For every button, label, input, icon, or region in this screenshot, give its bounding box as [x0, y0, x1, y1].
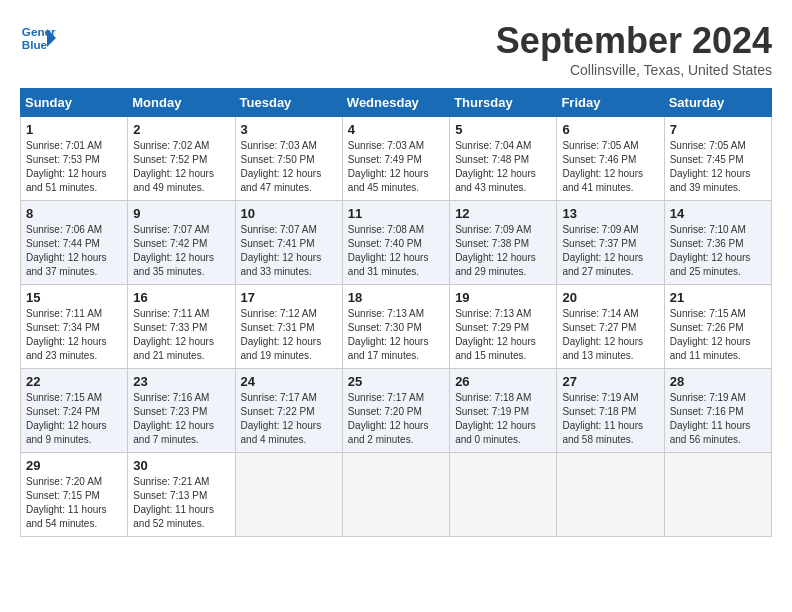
calendar-week-row: 22 Sunrise: 7:15 AMSunset: 7:24 PMDaylig… — [21, 369, 772, 453]
calendar-day-cell: 8 Sunrise: 7:06 AMSunset: 7:44 PMDayligh… — [21, 201, 128, 285]
day-number: 6 — [562, 122, 658, 137]
day-info: Sunrise: 7:06 AMSunset: 7:44 PMDaylight:… — [26, 223, 122, 279]
day-info: Sunrise: 7:08 AMSunset: 7:40 PMDaylight:… — [348, 223, 444, 279]
day-info: Sunrise: 7:03 AMSunset: 7:49 PMDaylight:… — [348, 139, 444, 195]
weekday-header-saturday: Saturday — [664, 89, 771, 117]
calendar-day-cell: 7 Sunrise: 7:05 AMSunset: 7:45 PMDayligh… — [664, 117, 771, 201]
calendar-day-cell: 6 Sunrise: 7:05 AMSunset: 7:46 PMDayligh… — [557, 117, 664, 201]
day-info: Sunrise: 7:19 AMSunset: 7:18 PMDaylight:… — [562, 391, 658, 447]
day-number: 19 — [455, 290, 551, 305]
day-number: 2 — [133, 122, 229, 137]
calendar-day-cell: 23 Sunrise: 7:16 AMSunset: 7:23 PMDaylig… — [128, 369, 235, 453]
day-info: Sunrise: 7:04 AMSunset: 7:48 PMDaylight:… — [455, 139, 551, 195]
day-number: 9 — [133, 206, 229, 221]
day-info: Sunrise: 7:07 AMSunset: 7:42 PMDaylight:… — [133, 223, 229, 279]
day-number: 28 — [670, 374, 766, 389]
calendar-week-row: 1 Sunrise: 7:01 AMSunset: 7:53 PMDayligh… — [21, 117, 772, 201]
day-number: 26 — [455, 374, 551, 389]
svg-text:Blue: Blue — [22, 38, 48, 51]
calendar-day-cell: 28 Sunrise: 7:19 AMSunset: 7:16 PMDaylig… — [664, 369, 771, 453]
weekday-header-sunday: Sunday — [21, 89, 128, 117]
month-title: September 2024 — [496, 20, 772, 62]
day-number: 18 — [348, 290, 444, 305]
calendar-day-cell — [342, 453, 449, 537]
day-number: 21 — [670, 290, 766, 305]
day-info: Sunrise: 7:11 AMSunset: 7:34 PMDaylight:… — [26, 307, 122, 363]
day-info: Sunrise: 7:01 AMSunset: 7:53 PMDaylight:… — [26, 139, 122, 195]
calendar-day-cell: 30 Sunrise: 7:21 AMSunset: 7:13 PMDaylig… — [128, 453, 235, 537]
calendar-day-cell: 19 Sunrise: 7:13 AMSunset: 7:29 PMDaylig… — [450, 285, 557, 369]
calendar-day-cell: 21 Sunrise: 7:15 AMSunset: 7:26 PMDaylig… — [664, 285, 771, 369]
day-number: 12 — [455, 206, 551, 221]
day-info: Sunrise: 7:16 AMSunset: 7:23 PMDaylight:… — [133, 391, 229, 447]
calendar-week-row: 15 Sunrise: 7:11 AMSunset: 7:34 PMDaylig… — [21, 285, 772, 369]
day-number: 23 — [133, 374, 229, 389]
logo: General Blue — [20, 20, 56, 56]
day-number: 11 — [348, 206, 444, 221]
weekday-header-wednesday: Wednesday — [342, 89, 449, 117]
day-info: Sunrise: 7:17 AMSunset: 7:20 PMDaylight:… — [348, 391, 444, 447]
calendar-day-cell: 29 Sunrise: 7:20 AMSunset: 7:15 PMDaylig… — [21, 453, 128, 537]
day-info: Sunrise: 7:09 AMSunset: 7:38 PMDaylight:… — [455, 223, 551, 279]
calendar-day-cell — [557, 453, 664, 537]
weekday-header-thursday: Thursday — [450, 89, 557, 117]
day-number: 20 — [562, 290, 658, 305]
calendar-day-cell: 17 Sunrise: 7:12 AMSunset: 7:31 PMDaylig… — [235, 285, 342, 369]
weekday-header-row: SundayMondayTuesdayWednesdayThursdayFrid… — [21, 89, 772, 117]
day-number: 13 — [562, 206, 658, 221]
calendar-day-cell: 14 Sunrise: 7:10 AMSunset: 7:36 PMDaylig… — [664, 201, 771, 285]
day-info: Sunrise: 7:14 AMSunset: 7:27 PMDaylight:… — [562, 307, 658, 363]
weekday-header-tuesday: Tuesday — [235, 89, 342, 117]
day-number: 10 — [241, 206, 337, 221]
day-number: 22 — [26, 374, 122, 389]
calendar-day-cell: 4 Sunrise: 7:03 AMSunset: 7:49 PMDayligh… — [342, 117, 449, 201]
day-number: 7 — [670, 122, 766, 137]
day-info: Sunrise: 7:17 AMSunset: 7:22 PMDaylight:… — [241, 391, 337, 447]
calendar-day-cell: 18 Sunrise: 7:13 AMSunset: 7:30 PMDaylig… — [342, 285, 449, 369]
day-number: 17 — [241, 290, 337, 305]
calendar-day-cell: 1 Sunrise: 7:01 AMSunset: 7:53 PMDayligh… — [21, 117, 128, 201]
calendar-day-cell: 27 Sunrise: 7:19 AMSunset: 7:18 PMDaylig… — [557, 369, 664, 453]
day-info: Sunrise: 7:20 AMSunset: 7:15 PMDaylight:… — [26, 475, 122, 531]
day-info: Sunrise: 7:12 AMSunset: 7:31 PMDaylight:… — [241, 307, 337, 363]
calendar-day-cell — [235, 453, 342, 537]
day-info: Sunrise: 7:05 AMSunset: 7:46 PMDaylight:… — [562, 139, 658, 195]
logo-icon: General Blue — [20, 20, 56, 56]
day-number: 4 — [348, 122, 444, 137]
day-info: Sunrise: 7:03 AMSunset: 7:50 PMDaylight:… — [241, 139, 337, 195]
calendar-day-cell: 13 Sunrise: 7:09 AMSunset: 7:37 PMDaylig… — [557, 201, 664, 285]
day-info: Sunrise: 7:21 AMSunset: 7:13 PMDaylight:… — [133, 475, 229, 531]
day-number: 30 — [133, 458, 229, 473]
calendar-day-cell: 10 Sunrise: 7:07 AMSunset: 7:41 PMDaylig… — [235, 201, 342, 285]
calendar-day-cell: 3 Sunrise: 7:03 AMSunset: 7:50 PMDayligh… — [235, 117, 342, 201]
calendar-week-row: 8 Sunrise: 7:06 AMSunset: 7:44 PMDayligh… — [21, 201, 772, 285]
day-number: 25 — [348, 374, 444, 389]
calendar-table: SundayMondayTuesdayWednesdayThursdayFrid… — [20, 88, 772, 537]
calendar-day-cell: 26 Sunrise: 7:18 AMSunset: 7:19 PMDaylig… — [450, 369, 557, 453]
day-info: Sunrise: 7:15 AMSunset: 7:26 PMDaylight:… — [670, 307, 766, 363]
calendar-day-cell: 15 Sunrise: 7:11 AMSunset: 7:34 PMDaylig… — [21, 285, 128, 369]
day-number: 5 — [455, 122, 551, 137]
day-number: 8 — [26, 206, 122, 221]
day-info: Sunrise: 7:07 AMSunset: 7:41 PMDaylight:… — [241, 223, 337, 279]
title-area: September 2024 Collinsville, Texas, Unit… — [496, 20, 772, 78]
day-info: Sunrise: 7:13 AMSunset: 7:29 PMDaylight:… — [455, 307, 551, 363]
day-number: 24 — [241, 374, 337, 389]
day-number: 27 — [562, 374, 658, 389]
day-info: Sunrise: 7:10 AMSunset: 7:36 PMDaylight:… — [670, 223, 766, 279]
day-info: Sunrise: 7:18 AMSunset: 7:19 PMDaylight:… — [455, 391, 551, 447]
calendar-day-cell: 2 Sunrise: 7:02 AMSunset: 7:52 PMDayligh… — [128, 117, 235, 201]
calendar-day-cell: 11 Sunrise: 7:08 AMSunset: 7:40 PMDaylig… — [342, 201, 449, 285]
location: Collinsville, Texas, United States — [496, 62, 772, 78]
day-info: Sunrise: 7:11 AMSunset: 7:33 PMDaylight:… — [133, 307, 229, 363]
calendar-day-cell: 9 Sunrise: 7:07 AMSunset: 7:42 PMDayligh… — [128, 201, 235, 285]
day-number: 29 — [26, 458, 122, 473]
calendar-day-cell: 24 Sunrise: 7:17 AMSunset: 7:22 PMDaylig… — [235, 369, 342, 453]
calendar-day-cell: 12 Sunrise: 7:09 AMSunset: 7:38 PMDaylig… — [450, 201, 557, 285]
calendar-day-cell — [450, 453, 557, 537]
day-number: 3 — [241, 122, 337, 137]
day-info: Sunrise: 7:13 AMSunset: 7:30 PMDaylight:… — [348, 307, 444, 363]
calendar-day-cell: 16 Sunrise: 7:11 AMSunset: 7:33 PMDaylig… — [128, 285, 235, 369]
calendar-day-cell: 22 Sunrise: 7:15 AMSunset: 7:24 PMDaylig… — [21, 369, 128, 453]
calendar-day-cell: 5 Sunrise: 7:04 AMSunset: 7:48 PMDayligh… — [450, 117, 557, 201]
